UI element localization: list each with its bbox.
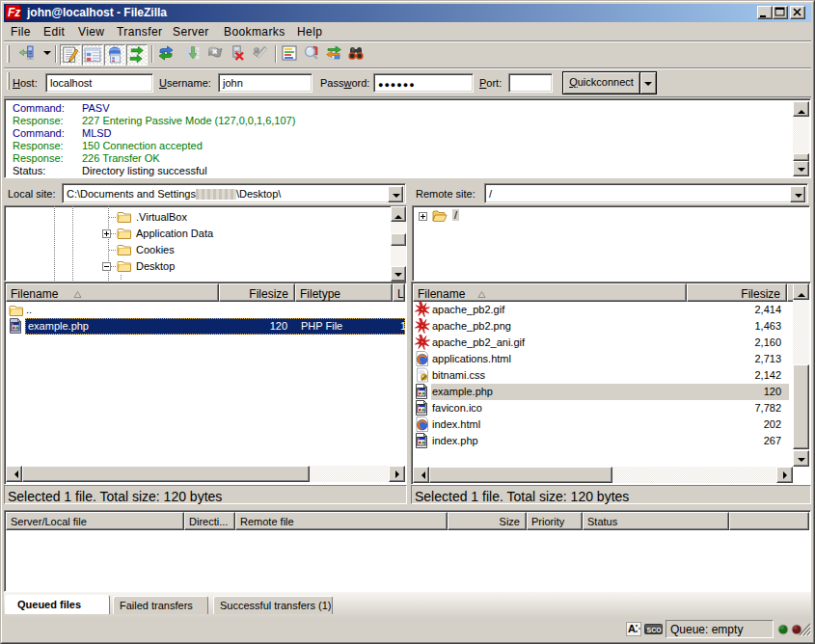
svg-text:A: A <box>628 623 636 634</box>
svg-text:Fz: Fz <box>8 6 20 19</box>
svg-text:SCO: SCO <box>647 627 663 633</box>
